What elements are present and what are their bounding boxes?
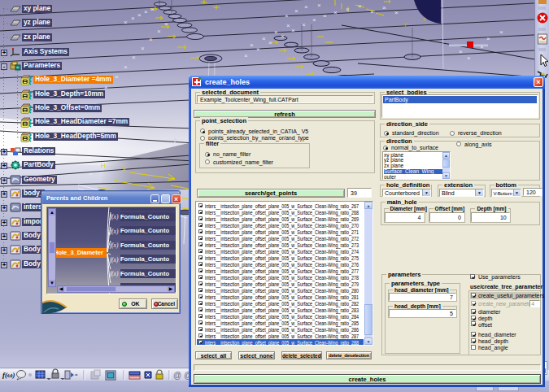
svg-text:x: x <box>423 16 426 22</box>
svg-text:f(ω): f(ω) <box>2 371 15 379</box>
svg-text:×: × <box>302 21 306 28</box>
svg-text:×: × <box>499 28 503 36</box>
svg-text:@: @ <box>173 371 181 380</box>
svg-text:×: × <box>281 33 285 40</box>
svg-text:×: × <box>333 9 338 16</box>
svg-text:×: × <box>382 4 386 11</box>
svg-text:×: × <box>394 9 399 16</box>
svg-text:×: × <box>274 28 278 36</box>
svg-text:×: × <box>358 2 362 10</box>
svg-text:×: × <box>294 7 298 15</box>
svg-text:=: = <box>75 372 78 377</box>
svg-text:×: × <box>480 43 484 50</box>
svg-text:×: × <box>250 41 254 49</box>
svg-text:×: × <box>286 22 290 29</box>
svg-text:×: × <box>244 52 248 59</box>
svg-text:×: × <box>304 3 308 11</box>
svg-text:×: × <box>467 54 471 62</box>
svg-text:×: × <box>262 35 266 42</box>
svg-text:×: × <box>291 27 295 34</box>
svg-text:×: × <box>268 39 272 46</box>
svg-text:×: × <box>285 12 289 20</box>
svg-text:×: × <box>370 8 374 15</box>
svg-text:×: × <box>346 6 350 13</box>
svg-text:=: = <box>16 65 19 70</box>
svg-text:Y: Y <box>403 22 407 28</box>
svg-text:×: × <box>312 16 316 24</box>
svg-text:×: × <box>256 46 260 53</box>
svg-text:×: × <box>323 12 327 20</box>
svg-text:×: × <box>459 48 463 55</box>
svg-text:×: × <box>317 2 321 9</box>
svg-text:×: × <box>486 35 490 42</box>
